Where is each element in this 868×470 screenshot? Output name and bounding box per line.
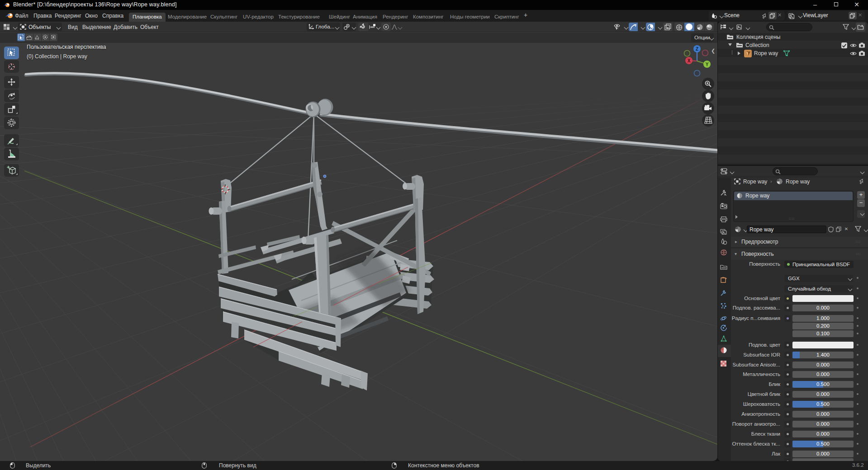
svg-text:X: X (688, 58, 691, 63)
svg-text:Z: Z (696, 47, 698, 52)
svg-text:Y: Y (706, 62, 709, 67)
